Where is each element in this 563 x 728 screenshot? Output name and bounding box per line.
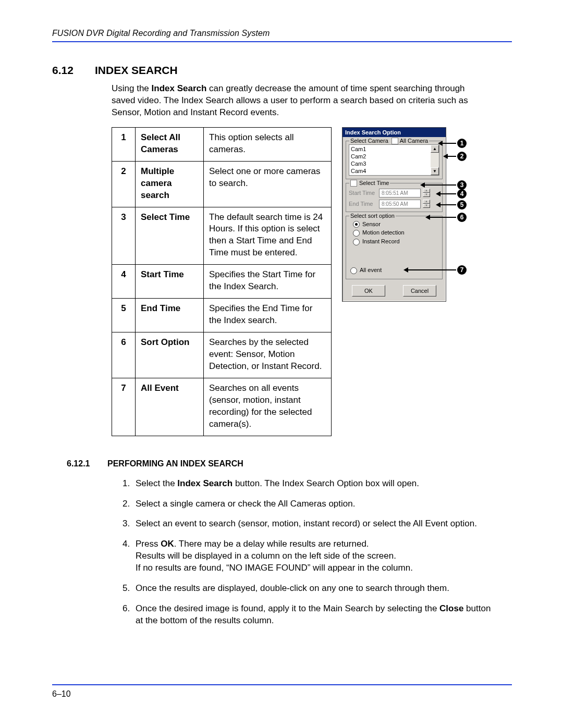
callout-5-icon: 5 (457, 200, 467, 209)
table-row: 4Start TimeSpecifies the Start Time for … (112, 265, 332, 299)
list-item: Select a single camera or check the All … (132, 498, 497, 510)
callout-6-icon: 6 (457, 213, 467, 222)
list-item: Once the results are displayed, double-c… (132, 583, 497, 595)
table-row: 5End TimeSpecifies the End Time for the … (112, 299, 332, 332)
table-row: 7All EventSearches on all events (sensor… (112, 378, 332, 436)
dialog-figure: Index Search Option Select CameraAll Cam… (342, 127, 469, 302)
callout-1-icon: 1 (457, 139, 467, 148)
subsection-heading: 6.12.1PERFORMING AN INDEX SEARCH (67, 459, 512, 468)
cancel-button[interactable]: Cancel (403, 285, 436, 297)
end-time-field[interactable]: 8:05:50 AM (379, 200, 421, 208)
select-camera-label: Select Camera (350, 138, 388, 144)
table-row: 3Select TimeThe default search time is 2… (112, 207, 332, 265)
section-number: 6.12 (52, 64, 95, 77)
sort-option-label: Select sort option (349, 213, 396, 219)
legend-table: 1Select All CamerasThis option selects a… (112, 127, 332, 436)
callout-4-icon: 4 (457, 189, 467, 199)
table-row: 1Select All CamerasThis option selects a… (112, 127, 332, 161)
table-row: 6Sort OptionSearches by the selected eve… (112, 332, 332, 378)
list-item[interactable]: Cam4 (351, 167, 431, 175)
radio-motion[interactable] (353, 230, 360, 237)
steps-list: Select the Index Search button. The Inde… (112, 478, 497, 627)
section-title: INDEX SEARCH (95, 64, 178, 76)
list-item[interactable]: Cam3 (351, 160, 431, 167)
running-header: FUSION DVR Digital Recording and Transmi… (52, 29, 512, 42)
end-time-spinner[interactable]: ▲▼ (423, 200, 430, 208)
scroll-down-icon[interactable]: ▼ (431, 167, 439, 175)
section-heading: 6.12INDEX SEARCH (52, 64, 512, 77)
list-item: Press OK. There may be a delay while res… (132, 538, 497, 574)
all-camera-checkbox[interactable] (391, 138, 398, 144)
all-camera-label: All Camera (400, 138, 428, 144)
callout-2-icon: 2 (457, 152, 467, 161)
list-item: Select an event to search (sensor, motio… (132, 518, 497, 530)
radio-sensor[interactable] (353, 221, 360, 228)
listbox-scrollbar[interactable]: ▲ ▼ (431, 145, 439, 175)
radio-all-event[interactable] (350, 267, 357, 274)
all-event-label: All event (360, 267, 382, 273)
ok-button[interactable]: OK (352, 285, 385, 297)
camera-listbox[interactable]: Cam1 Cam2 Cam3 Cam4 ▲ ▼ (349, 144, 439, 176)
callout-3-icon: 3 (457, 180, 467, 190)
page-footer: 6–10 (52, 684, 512, 699)
start-time-field[interactable]: 8:05:51 AM (379, 189, 421, 198)
start-time-label: Start Time (349, 190, 377, 196)
end-time-label: End Time (349, 201, 377, 207)
select-time-label: Select Time (359, 180, 389, 186)
callout-7-icon: 7 (457, 265, 467, 275)
intro-paragraph: Using the Index Search can greatly decre… (112, 83, 476, 119)
table-row: 2Multiple camera searchSelect one or mor… (112, 161, 332, 207)
list-item[interactable]: Cam1 (351, 145, 431, 153)
subsection-number: 6.12.1 (67, 459, 107, 468)
dialog-title: Index Search Option (342, 128, 446, 137)
list-item: Select the Index Search button. The Inde… (132, 478, 497, 490)
page-number: 6–10 (52, 689, 71, 698)
list-item: Once the desired image is found, apply i… (132, 603, 497, 627)
subsection-title: PERFORMING AN INDEX SEARCH (107, 459, 243, 468)
start-time-spinner[interactable]: ▲▼ (423, 189, 430, 197)
radio-instant[interactable] (353, 239, 360, 245)
list-item[interactable]: Cam2 (351, 153, 431, 160)
select-time-checkbox[interactable] (350, 180, 357, 187)
document-page: FUSION DVR Digital Recording and Transmi… (0, 0, 563, 728)
select-camera-fieldset: Select CameraAll Camera Cam1 Cam2 Cam3 C… (346, 141, 443, 179)
